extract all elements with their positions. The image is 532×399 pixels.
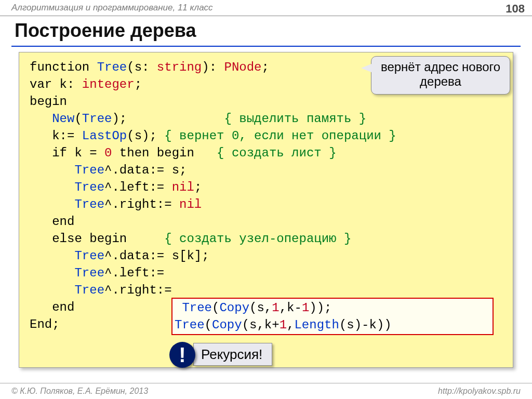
slide: Алгоритмизация и программирование, 11 кл… [0, 0, 532, 399]
recursion-label: Рекурсия! [193, 343, 272, 366]
kw-var: var [30, 77, 52, 91]
kw-function: function [30, 60, 89, 74]
exclamation-icon: ! [169, 342, 195, 368]
callout-return-address: вернёт адрес нового дерева [371, 56, 510, 95]
course-name: Алгоритмизация и программирование, 11 кл… [0, 3, 213, 13]
code-panel: function Tree(s: string): PNode; var k: … [19, 52, 513, 368]
kw-else: else begin [52, 232, 164, 246]
slide-footer: © К.Ю. Поляков, Е.А. Ерёмин, 2013 http:/… [0, 383, 532, 399]
comment-2: { вернет 0, если нет операции } [164, 129, 396, 143]
footer-url: http://kpolyakov.spb.ru [438, 387, 521, 396]
type-string: string [157, 60, 202, 74]
kw-end-1: end [52, 215, 74, 229]
comment-3: { создать лист } [217, 146, 336, 160]
slide-title: Построение дерева [15, 20, 196, 42]
comment-1: { выделить память } [224, 112, 367, 126]
kw-end-3: End; [30, 317, 60, 331]
comment-4: { создать узел-операцию } [164, 232, 351, 246]
slide-header: Алгоритмизация и программирование, 11 кл… [0, 0, 532, 16]
code-listing: function Tree(s: string): PNode; var k: … [30, 59, 504, 333]
type-integer: integer [82, 77, 135, 91]
id-tree: Tree [97, 60, 127, 74]
footer-copyright: © К.Ю. Поляков, Е.А. Ерёмин, 2013 [11, 387, 148, 396]
title-underline [11, 46, 521, 47]
page-number: 108 [506, 2, 525, 16]
type-pnode: PNode [224, 60, 261, 74]
kw-end-2: end [52, 300, 74, 314]
kw-begin: begin [30, 95, 67, 109]
